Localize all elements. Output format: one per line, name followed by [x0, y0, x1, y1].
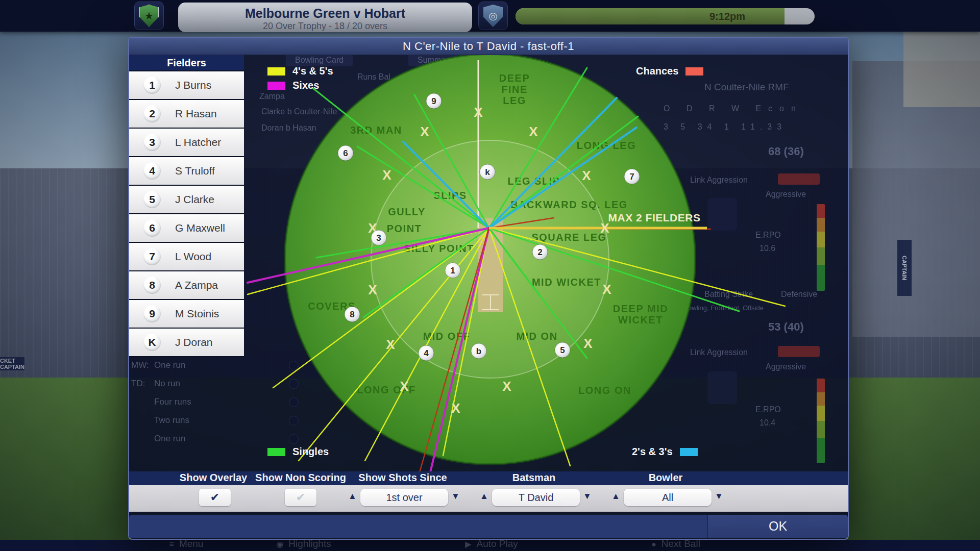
dim-aggressive: Aggressive — [766, 362, 806, 371]
fielder-number-badge: 7 — [143, 248, 161, 265]
dim-icon-box — [707, 371, 737, 404]
dim-batting-pill — [778, 346, 820, 357]
fielder-row-2[interactable]: 2R Hasan — [129, 100, 244, 128]
play-icon: ▶ — [465, 540, 471, 548]
menu-button[interactable]: ≡Menu — [169, 538, 204, 549]
away-team-badge: ◎ — [478, 2, 508, 30]
fielder-row-3[interactable]: 3L Hatcher — [129, 129, 244, 156]
fielder-name: L Hatcher — [175, 136, 221, 148]
legend-singles: Singles — [267, 446, 329, 458]
fielder-row-6[interactable]: 6G Maxwell — [129, 214, 244, 242]
bowler-down-arrow[interactable]: ▼ — [715, 491, 723, 502]
fielders-list: 1J Burns2R Hasan3L Hatcher4S Truloff5J C… — [129, 71, 244, 356]
shots-since-down-arrow[interactable]: ▼ — [451, 491, 460, 502]
dim-erpo-label: E.RPO — [755, 231, 781, 240]
dim-run-badge — [289, 416, 299, 425]
day-progress-bar: 9:12pm — [514, 7, 816, 26]
match-header: Melbourne Green v Hobart 20 Over Trophy … — [178, 3, 472, 32]
controls-header: Show Overlay Show Non Scoring Show Shots… — [129, 471, 848, 485]
dim-run-badge — [289, 397, 299, 407]
bowler-dropdown[interactable]: All — [624, 489, 712, 506]
fielder-number-badge: 3 — [143, 134, 161, 151]
check-icon: ✔ — [296, 491, 305, 504]
bowler-label: Bowler — [649, 472, 683, 484]
dialog-title: N C'er-Nile to T David - fast-off-1 — [129, 38, 848, 55]
fielder-number-badge: K — [143, 334, 161, 351]
show-overlay-checkbox[interactable]: ✔ — [199, 489, 231, 506]
dim-commentary-text: Two runs — [154, 415, 189, 425]
ball-icon: ● — [651, 540, 656, 548]
shots-since-up-arrow[interactable]: ▲ — [348, 491, 357, 502]
fielder-name: J Doran — [175, 336, 213, 348]
fours-swatch — [267, 67, 285, 76]
twos-threes-swatch — [680, 448, 698, 456]
fielder-row-4[interactable]: 4S Truloff — [129, 157, 244, 185]
fielder-row-8[interactable]: 8A Zampa — [129, 271, 244, 299]
dim-batting-row: Zampa — [259, 92, 285, 101]
fielder-number-badge: 5 — [143, 191, 161, 208]
dim-commentary-text: Four runs — [154, 397, 191, 407]
fielder-name: J Burns — [175, 79, 211, 91]
swirl-icon: ◎ — [488, 10, 497, 22]
next-ball-button[interactable]: ●Next Ball — [651, 538, 700, 549]
dim-commentary-text: One run — [154, 434, 185, 444]
dim-score-top: 68 (36) — [768, 145, 804, 158]
home-team-badge: ★ — [134, 2, 164, 30]
fielder-name: L Wood — [175, 251, 211, 263]
match-title: Melbourne Green v Hobart — [178, 6, 472, 21]
shots-since-dropdown[interactable]: 1st over — [360, 489, 448, 506]
sixes-label: Sixes — [292, 80, 319, 91]
fielder-number-badge: 8 — [143, 277, 161, 294]
dim-commentary-text: No run — [154, 379, 180, 389]
fielder-number-badge: 6 — [143, 219, 161, 237]
dim-link-aggression: Link Aggression — [690, 176, 748, 185]
batsman-dropdown[interactable]: T David — [492, 489, 580, 506]
ok-button[interactable]: OK — [708, 515, 848, 538]
chances-label: Chances — [636, 65, 678, 77]
bottom-menu-bar: ≡Menu ◉Highlights ▶Auto Play ●Next Ball — [0, 540, 980, 551]
screen: CKET CAPTAIN CAPTAIN ★ Melbourne Green v… — [0, 0, 980, 551]
dim-commentary-initials: TD: — [131, 379, 145, 389]
dim-icon-box — [707, 198, 737, 231]
sixes-swatch — [267, 82, 285, 90]
bowler-up-arrow[interactable]: ▲ — [611, 491, 620, 502]
dim-batting-row: Clarke b Coulter-Nile — [261, 107, 337, 116]
twos-threes-label: 2's & 3's — [632, 446, 673, 458]
dim-bowling-cols: O D R W Econ — [664, 104, 803, 113]
singles-label: Singles — [292, 446, 329, 458]
auto-play-button[interactable]: ▶Auto Play — [465, 538, 518, 549]
fielder-row-9[interactable]: 9M Stoinis — [129, 300, 244, 328]
dim-erpo-top: 10.6 — [760, 244, 775, 253]
menu-icon: ≡ — [169, 540, 174, 548]
dim-commentary-text: One run — [154, 360, 185, 370]
dim-erpo-bottom: 10.4 — [760, 418, 775, 428]
fielders-panel: Fielders 1J Burns2R Hasan3L Hatcher4S Tr… — [129, 55, 244, 357]
dim-commentary-initials: MW: — [131, 360, 149, 370]
dim-bowler-name: N Coulter-Nile RMF — [704, 82, 789, 93]
shots-since-value: 1st over — [386, 492, 422, 503]
show-non-scoring-label: Show Non Scoring — [255, 472, 346, 484]
batsman-down-arrow[interactable]: ▼ — [583, 491, 592, 502]
fielder-row-K[interactable]: KJ Doran — [129, 329, 244, 356]
fielder-number-badge: 4 — [143, 162, 161, 180]
legend-chances: Chances — [636, 65, 703, 77]
home-shield-icon: ★ — [139, 5, 159, 27]
fours-label: 4's & 5's — [292, 65, 333, 77]
top-bar: ★ Melbourne Green v Hobart 20 Over Troph… — [0, 0, 980, 32]
controls-bar: ✔ ✔ ▲ 1st over ▼ ▲ T David ▼ ▲ All ▼ — [129, 485, 848, 512]
show-non-scoring-checkbox[interactable]: ✔ — [285, 489, 316, 506]
fielder-row-5[interactable]: 5J Clarke — [129, 186, 244, 213]
legend-twos: 2's & 3's — [632, 446, 698, 458]
check-icon: ✔ — [210, 491, 219, 504]
fielder-row-1[interactable]: 1J Burns — [129, 71, 244, 99]
batsman-up-arrow[interactable]: ▲ — [480, 491, 488, 502]
fielder-row-7[interactable]: 7L Wood — [129, 243, 244, 270]
star-icon: ★ — [144, 10, 154, 22]
fielder-name: G Maxwell — [175, 222, 225, 234]
dim-link-aggression: Link Aggression — [690, 348, 748, 357]
chances-swatch — [685, 67, 703, 76]
highlights-button[interactable]: ◉Highlights — [276, 538, 331, 549]
dim-tab-summary: Summary — [408, 54, 461, 66]
dim-col-headers: Runs Bal — [357, 72, 390, 82]
legend-sixes: Sixes — [267, 80, 319, 91]
